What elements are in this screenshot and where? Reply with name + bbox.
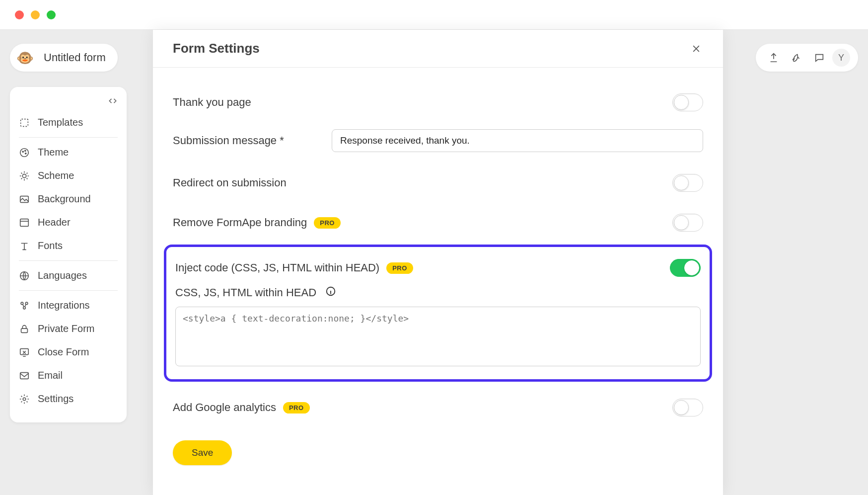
code-field-text: CSS, JS, HTML within HEAD xyxy=(175,286,316,299)
setting-thank-you: Thank you page xyxy=(173,82,703,122)
palette-icon xyxy=(19,147,30,158)
inject-code-toggle[interactable] xyxy=(670,259,701,277)
sidebar-item-settings[interactable]: Settings xyxy=(10,387,127,411)
chat-icon[interactable] xyxy=(809,48,829,68)
sidebar-item-label: Templates xyxy=(38,117,83,128)
inject-code-text: Inject code (CSS, JS, HTML within HEAD) xyxy=(175,261,379,274)
form-title[interactable]: Untitled form xyxy=(44,51,106,64)
sidebar-item-label: Private Form xyxy=(38,323,94,334)
sidebar-item-label: Fonts xyxy=(38,240,63,251)
analytics-label: Add Google analytics PRO xyxy=(173,401,310,414)
integrations-icon xyxy=(19,300,30,311)
redirect-label: Redirect on submission xyxy=(173,176,287,189)
sidebar-item-label: Header xyxy=(38,217,71,228)
pro-badge: PRO xyxy=(283,402,310,413)
sidebar: Templates Theme Scheme Background Header… xyxy=(10,87,127,422)
window-close-button[interactable] xyxy=(15,10,24,19)
setting-google-analytics: Add Google analytics PRO xyxy=(173,388,703,427)
type-icon xyxy=(19,241,30,251)
sun-icon xyxy=(19,170,30,181)
setting-inject-code: Inject code (CSS, JS, HTML within HEAD) … xyxy=(175,254,701,280)
sidebar-item-label: Close Form xyxy=(38,346,89,358)
inject-code-textarea[interactable] xyxy=(175,307,701,366)
thank-you-label: Thank you page xyxy=(173,96,251,109)
modal-title: Form Settings xyxy=(173,41,260,56)
sidebar-item-label: Email xyxy=(38,370,63,381)
modal-header: Form Settings xyxy=(153,30,723,68)
user-avatar[interactable]: Y xyxy=(832,49,850,67)
sidebar-item-private-form[interactable]: Private Form xyxy=(10,317,127,340)
sidebar-item-label: Integrations xyxy=(38,300,90,311)
sidebar-divider xyxy=(19,260,118,261)
sidebar-item-background[interactable]: Background xyxy=(10,187,127,211)
rocket-icon[interactable] xyxy=(787,48,806,68)
submission-message-input[interactable] xyxy=(332,129,703,152)
templates-icon xyxy=(19,117,30,128)
app-body: 🐵 Untitled form Y Templates xyxy=(0,30,868,495)
setting-submission-message: Submission message * xyxy=(173,122,703,163)
sidebar-divider xyxy=(19,290,118,291)
svg-point-2 xyxy=(22,151,23,152)
remove-branding-text: Remove FormApe branding xyxy=(173,216,307,229)
sidebar-item-templates[interactable]: Templates xyxy=(10,111,127,134)
top-bar-right: Y xyxy=(756,44,858,72)
svg-point-4 xyxy=(25,153,26,154)
modal-body: Thank you page Submission message * Redi… xyxy=(153,68,723,495)
sidebar-item-label: Settings xyxy=(38,393,73,405)
setting-redirect: Redirect on submission xyxy=(173,163,703,203)
inject-code-label: Inject code (CSS, JS, HTML within HEAD) … xyxy=(175,261,413,274)
window-minimize-button[interactable] xyxy=(31,10,40,19)
monitor-x-icon xyxy=(19,347,30,358)
info-icon[interactable] xyxy=(325,286,336,300)
inject-code-highlight: Inject code (CSS, JS, HTML within HEAD) … xyxy=(164,245,712,382)
sidebar-item-label: Scheme xyxy=(38,170,74,181)
svg-point-5 xyxy=(22,174,26,177)
svg-point-3 xyxy=(25,150,26,151)
globe-icon xyxy=(19,270,30,281)
sidebar-item-label: Background xyxy=(38,193,91,205)
app-logo-icon: 🐵 xyxy=(16,49,34,67)
sidebar-item-theme[interactable]: Theme xyxy=(10,141,127,164)
sidebar-divider xyxy=(19,137,118,138)
setting-remove-branding: Remove FormApe branding PRO xyxy=(173,203,703,243)
code-field-label: CSS, JS, HTML within HEAD xyxy=(175,286,701,300)
code-toggle-icon[interactable] xyxy=(10,94,127,111)
image-icon xyxy=(19,194,30,205)
remove-branding-label: Remove FormApe branding PRO xyxy=(173,216,341,229)
pro-badge: PRO xyxy=(386,262,413,274)
form-settings-modal: Form Settings Thank you page Submission … xyxy=(153,30,723,495)
svg-rect-0 xyxy=(21,119,28,126)
mail-icon xyxy=(19,370,30,381)
sidebar-item-languages[interactable]: Languages xyxy=(10,264,127,287)
svg-point-15 xyxy=(23,398,26,401)
save-button[interactable]: Save xyxy=(173,440,232,465)
window-maximize-button[interactable] xyxy=(47,10,56,19)
remove-branding-toggle[interactable] xyxy=(672,214,703,232)
analytics-toggle[interactable] xyxy=(672,399,703,416)
sidebar-item-email[interactable]: Email xyxy=(10,364,127,387)
svg-point-1 xyxy=(20,148,29,157)
gear-icon xyxy=(19,394,30,405)
sidebar-item-fonts[interactable]: Fonts xyxy=(10,234,127,257)
analytics-text: Add Google analytics xyxy=(173,401,276,414)
top-bar-left: 🐵 Untitled form xyxy=(10,44,118,72)
close-icon[interactable] xyxy=(689,42,703,56)
redirect-toggle[interactable] xyxy=(672,174,703,192)
sidebar-item-header[interactable]: Header xyxy=(10,211,127,234)
svg-rect-13 xyxy=(20,348,29,354)
pro-badge: PRO xyxy=(314,217,341,229)
svg-rect-7 xyxy=(20,219,29,226)
submission-message-label: Submission message * xyxy=(173,134,312,147)
sidebar-item-label: Languages xyxy=(38,270,87,281)
svg-rect-12 xyxy=(21,329,28,332)
lock-icon xyxy=(19,324,30,334)
window-titlebar xyxy=(0,0,868,30)
sidebar-item-scheme[interactable]: Scheme xyxy=(10,164,127,187)
header-icon xyxy=(19,217,30,228)
sidebar-item-close-form[interactable]: Close Form xyxy=(10,340,127,364)
sidebar-item-integrations[interactable]: Integrations xyxy=(10,294,127,317)
share-icon[interactable] xyxy=(764,48,784,68)
svg-rect-14 xyxy=(20,372,29,379)
sidebar-item-label: Theme xyxy=(38,147,69,158)
thank-you-toggle[interactable] xyxy=(672,93,703,111)
